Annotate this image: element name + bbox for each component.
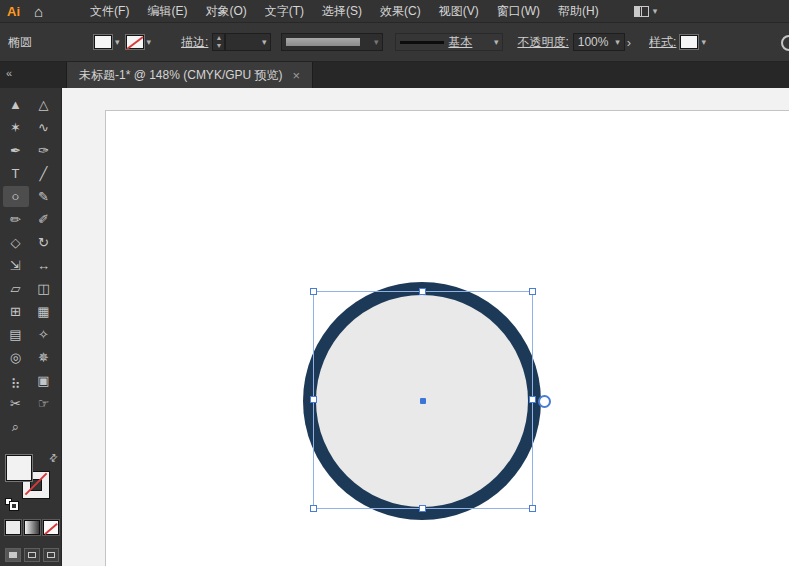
selection-handle-top-middle[interactable] bbox=[419, 288, 426, 295]
tool-icon: ✵ bbox=[38, 351, 49, 364]
menu-item[interactable]: 选择(S) bbox=[313, 0, 371, 22]
stroke-color-picker[interactable]: ▾ bbox=[126, 35, 152, 49]
menu-item[interactable]: 窗口(W) bbox=[488, 0, 549, 22]
tool-icon: T bbox=[12, 167, 20, 180]
shape-properties-icon[interactable] bbox=[781, 35, 789, 51]
tool-icon: ▲ bbox=[9, 98, 22, 111]
menu-item[interactable]: 效果(C) bbox=[371, 0, 430, 22]
menu-item[interactable]: 文字(T) bbox=[256, 0, 313, 22]
selection-handle-top-left[interactable] bbox=[310, 288, 317, 295]
opacity-link[interactable]: 不透明度: bbox=[517, 34, 568, 51]
fill-stroke-indicator: ⇄ bbox=[5, 454, 59, 510]
selection-handle-middle-right[interactable] bbox=[529, 396, 536, 403]
selection-handle-bottom-middle[interactable] bbox=[419, 505, 426, 512]
menu-item[interactable]: 文件(F) bbox=[81, 0, 138, 22]
gradient-tool[interactable]: ▤ bbox=[3, 324, 29, 345]
tool-icon: ⊞ bbox=[10, 305, 21, 318]
document-tab-bar: « 未标题-1* @ 148% (CMYK/GPU 预览) × bbox=[0, 62, 789, 88]
rotate-tool[interactable]: ↻ bbox=[31, 232, 57, 253]
eyedropper-tool[interactable]: ✧ bbox=[31, 324, 57, 345]
scale-tool[interactable]: ⇲ bbox=[3, 255, 29, 276]
none-button[interactable] bbox=[43, 520, 59, 535]
brush-stroke-preview bbox=[400, 41, 444, 44]
gradient-button[interactable] bbox=[24, 520, 40, 535]
menu-item[interactable]: 对象(O) bbox=[196, 0, 255, 22]
color-button[interactable] bbox=[5, 520, 21, 535]
caret-down-icon: ▾ bbox=[494, 37, 499, 47]
shaper-tool[interactable]: ✏ bbox=[3, 209, 29, 230]
fill-color-picker[interactable]: ▾ bbox=[94, 35, 120, 49]
opacity-value: 100% bbox=[578, 35, 609, 49]
slice-tool[interactable]: ✂ bbox=[3, 393, 29, 414]
stroke-panel-link[interactable]: 描边: bbox=[181, 34, 208, 51]
line-segment-tool[interactable]: ╱ bbox=[31, 163, 57, 184]
draw-behind-button[interactable] bbox=[24, 548, 40, 562]
symbol-sprayer-tool[interactable]: ✵ bbox=[31, 347, 57, 368]
collapse-panel-icon[interactable]: « bbox=[6, 67, 12, 79]
tool-icon: ⣦ bbox=[11, 374, 21, 387]
selection-center-point[interactable] bbox=[420, 398, 426, 404]
home-icon[interactable]: ⌂ bbox=[28, 3, 53, 20]
selection-handle-top-right[interactable] bbox=[529, 288, 536, 295]
tool-icon: ╱ bbox=[40, 167, 48, 180]
tool-grid: ▲ △ ✶ ∿ ✒ ✑ bbox=[0, 88, 61, 439]
menu-item[interactable]: 视图(V) bbox=[430, 0, 488, 22]
draw-normal-button[interactable] bbox=[5, 548, 21, 562]
stepper-down-icon: ▼ bbox=[215, 42, 222, 50]
paint-style-buttons bbox=[5, 520, 59, 535]
caret-down-icon: ▾ bbox=[374, 37, 379, 47]
caret-down-icon: ▾ bbox=[653, 6, 658, 16]
selection-handle-middle-left[interactable] bbox=[310, 396, 317, 403]
menu-bar: Ai ⌂ 文件(F)编辑(E)对象(O)文字(T)选择(S)效果(C)视图(V)… bbox=[0, 0, 789, 22]
tool-icon: ∿ bbox=[38, 121, 49, 134]
menu-item[interactable]: 编辑(E) bbox=[138, 0, 196, 22]
blend-tool[interactable]: ◎ bbox=[3, 347, 29, 368]
caret-down-icon: ▾ bbox=[615, 37, 620, 47]
curvature-tool[interactable]: ✑ bbox=[31, 140, 57, 161]
tool-icon: ✏ bbox=[10, 213, 21, 226]
draw-inside-button[interactable] bbox=[43, 548, 59, 562]
brush-definition-combo[interactable]: 基本 ▾ bbox=[395, 33, 503, 51]
mesh-tool[interactable]: ▦ bbox=[31, 301, 57, 322]
app-logo[interactable]: Ai bbox=[0, 4, 28, 19]
ellipse-tool[interactable]: ○ bbox=[3, 186, 29, 207]
perspective-grid-tool[interactable]: ⊞ bbox=[3, 301, 29, 322]
lasso-tool[interactable]: ∿ bbox=[31, 117, 57, 138]
selection-handle-bottom-left[interactable] bbox=[310, 505, 317, 512]
tool-icon: ◫ bbox=[37, 282, 49, 295]
pencil-tool[interactable]: ✐ bbox=[31, 209, 57, 230]
live-shape-pie-widget[interactable] bbox=[538, 395, 551, 408]
fill-indicator[interactable] bbox=[6, 455, 32, 481]
stroke-weight-stepper[interactable]: ▲ ▼ bbox=[212, 33, 225, 51]
stepper-up-icon: ▲ bbox=[215, 34, 222, 42]
column-graph-tool[interactable]: ⣦ bbox=[3, 370, 29, 391]
magic-wand-tool[interactable]: ✶ bbox=[3, 117, 29, 138]
document-tab[interactable]: 未标题-1* @ 148% (CMYK/GPU 预览) × bbox=[66, 62, 313, 88]
caret-down-icon: ▾ bbox=[701, 37, 706, 47]
width-tool[interactable]: ↔ bbox=[31, 255, 57, 276]
close-tab-icon[interactable]: × bbox=[293, 68, 301, 83]
shape-builder-tool[interactable]: ◫ bbox=[31, 278, 57, 299]
swap-fill-stroke-icon[interactable]: ⇄ bbox=[46, 451, 60, 465]
artboard-tool[interactable]: ▣ bbox=[31, 370, 57, 391]
selection-tool[interactable]: ▲ bbox=[3, 94, 29, 115]
opacity-combo[interactable]: 100% ▾ bbox=[573, 33, 625, 51]
graphic-style-picker[interactable]: ▾ bbox=[680, 35, 706, 49]
workspace-switcher[interactable]: ▾ bbox=[634, 6, 658, 17]
eraser-tool[interactable]: ◇ bbox=[3, 232, 29, 253]
style-link[interactable]: 样式: bbox=[649, 34, 676, 51]
paintbrush-tool[interactable]: ✎ bbox=[31, 186, 57, 207]
pen-tool[interactable]: ✒ bbox=[3, 140, 29, 161]
menu-item[interactable]: 帮助(H) bbox=[549, 0, 608, 22]
opacity-options-button[interactable]: › bbox=[625, 35, 633, 50]
zoom-tool[interactable]: ⌕ bbox=[3, 416, 29, 437]
selection-handle-bottom-right[interactable] bbox=[529, 505, 536, 512]
type-tool[interactable]: T bbox=[3, 163, 29, 184]
free-transform-tool[interactable]: ▱ bbox=[3, 278, 29, 299]
stroke-weight-combo[interactable]: ▾ bbox=[225, 33, 271, 51]
direct-selection-tool[interactable]: △ bbox=[31, 94, 57, 115]
stroke-none-swatch bbox=[126, 35, 144, 49]
tool-icon: ✎ bbox=[38, 190, 49, 203]
hand-tool[interactable]: ☞ bbox=[31, 393, 57, 414]
default-fill-stroke-icon[interactable] bbox=[5, 498, 19, 510]
